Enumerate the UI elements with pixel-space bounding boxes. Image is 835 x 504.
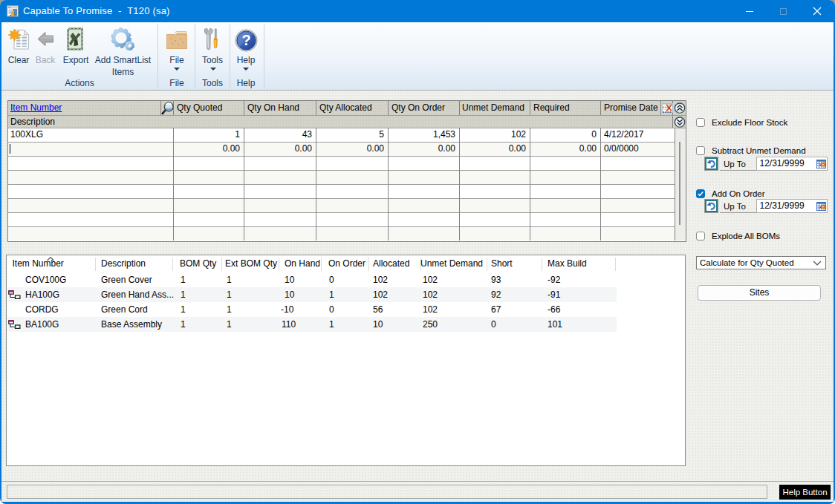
svg-text:?: ?: [241, 32, 250, 48]
